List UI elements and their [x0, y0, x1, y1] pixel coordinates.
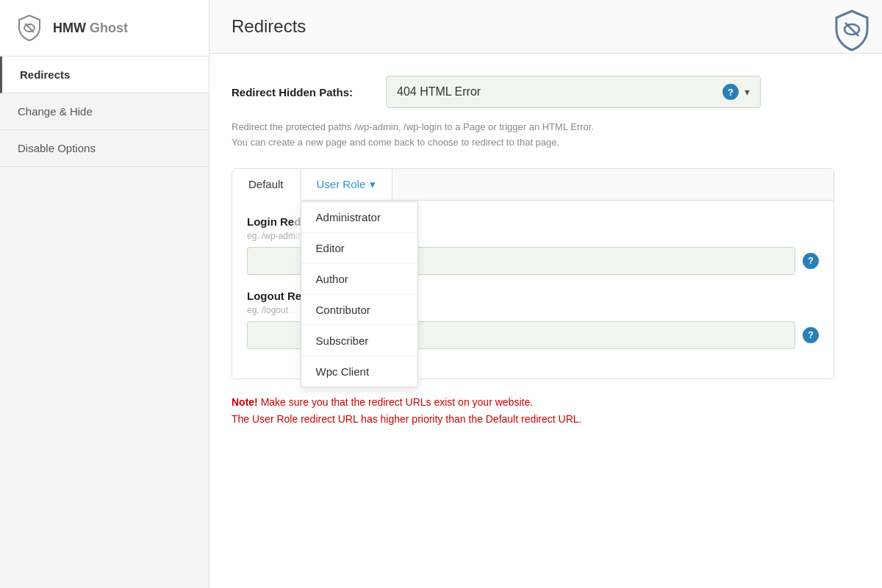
login-redirect-help-icon[interactable]: ?	[803, 253, 819, 269]
select-controls: ? ▾	[723, 84, 750, 100]
tabs-header: Default User Role ▾ Administrator Editor…	[232, 169, 833, 201]
note-bold: Note!	[232, 396, 258, 408]
logo-text: HMW Ghost	[53, 21, 128, 36]
dropdown-item-wpc-client[interactable]: Wpc Client	[301, 356, 417, 387]
dropdown-item-contributor[interactable]: Contributor	[301, 295, 417, 326]
dropdown-item-editor[interactable]: Editor	[301, 233, 417, 264]
select-value: 404 HTML Error	[397, 85, 481, 98]
sidebar: HMW Ghost Redirects Change & Hide Disabl…	[0, 0, 209, 588]
redirect-hidden-paths-label: Redirect Hidden Paths:	[232, 86, 371, 98]
dropdown-item-subscriber[interactable]: Subscriber	[301, 326, 417, 356]
sidebar-item-redirects[interactable]: Redirects	[0, 57, 209, 93]
tab-user-role[interactable]: User Role ▾ Administrator Editor Author …	[301, 169, 393, 200]
note-section: Note! Make sure you that the redirect UR…	[232, 394, 860, 429]
note-line2: The User Role redirect URL has higher pr…	[232, 411, 860, 429]
logo-area: HMW Ghost	[0, 0, 209, 57]
redirect-hidden-paths-row: Redirect Hidden Paths: 404 HTML Error ? …	[232, 76, 860, 108]
note-text-line1: Make sure you that the redirect URLs exi…	[261, 396, 533, 408]
top-right-shield-icon	[829, 7, 875, 56]
redirect-hidden-paths-select[interactable]: 404 HTML Error ? ▾	[386, 76, 761, 108]
shield-icon	[15, 13, 44, 43]
dropdown-item-author[interactable]: Author	[301, 264, 417, 295]
page-title: Redirects	[232, 16, 860, 37]
main-content: Redirects Redirect Hidden Paths: 404 HTM…	[209, 0, 882, 588]
logout-redirect-help-icon[interactable]: ?	[803, 327, 819, 343]
page-header: Redirects	[209, 0, 882, 54]
user-role-dropdown-menu: Administrator Editor Author Contributor …	[301, 201, 418, 387]
chevron-down-icon: ▾	[745, 86, 750, 98]
note-line1: Note! Make sure you that the redirect UR…	[232, 394, 860, 412]
sidebar-item-change-hide[interactable]: Change & Hide	[0, 93, 209, 130]
tab-dropdown-arrow: ▾	[370, 178, 376, 191]
sidebar-item-disable-options[interactable]: Disable Options	[0, 130, 209, 167]
content-area: Redirect Hidden Paths: 404 HTML Error ? …	[209, 54, 882, 588]
help-icon[interactable]: ?	[723, 84, 739, 100]
redirect-description: Redirect the protected paths /wp-admin, …	[232, 120, 790, 151]
tab-default[interactable]: Default	[232, 169, 301, 201]
dropdown-item-administrator[interactable]: Administrator	[301, 202, 417, 233]
tabs-container: Default User Role ▾ Administrator Editor…	[232, 168, 834, 379]
